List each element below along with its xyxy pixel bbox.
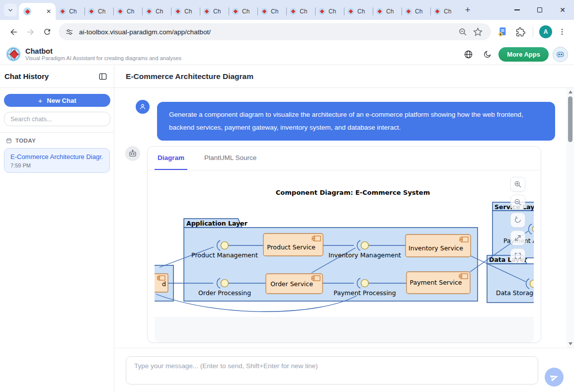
assistant-avatar [125,146,140,161]
diagram-canvas: Component Diagram: E-Commerce System d [155,170,534,317]
inventory-service-label: Inventory Service [409,244,463,252]
browser-tab[interactable]: Ch [229,3,257,20]
bookmark-star-icon[interactable] [470,24,485,39]
paper-plane-icon [549,372,559,382]
dark-mode-moon-icon[interactable] [480,47,494,62]
browser-tab[interactable]: Ch [344,3,373,20]
composer-bar [114,348,574,392]
new-chat-label: New Chat [47,97,76,104]
calendar-icon [6,138,12,144]
tab-plantuml-source[interactable]: PlantUML Source [201,147,259,170]
frontend-label-fragment: d [162,280,166,288]
app-title: Chatbot [25,47,181,55]
chat-scrollbar[interactable] [567,88,574,348]
product-service-label: Product Service [267,243,316,251]
collapse-sidebar-icon[interactable] [97,71,109,82]
chat-item-time: 7:59 PM [10,162,103,168]
plus-icon: + [38,96,43,105]
reload-button[interactable] [39,23,56,40]
browser-tab[interactable]: Ch [142,3,171,20]
user-avatar [136,100,150,114]
scrollbar-thumb[interactable] [568,96,573,142]
visual-paradigm-favicon-icon [59,8,66,15]
forward-button[interactable] [22,23,39,40]
reset-view-icon[interactable] [510,213,525,228]
diagram-tab-bar: Diagram PlantUML Source [148,147,541,170]
zoom-out-icon[interactable] [510,195,525,210]
chat-scroll-area: Generate a component diagram to visualiz… [114,88,574,348]
extensions-puzzle-icon[interactable] [512,23,529,40]
send-button[interactable] [545,368,564,387]
visual-paradigm-favicon-icon [117,8,124,15]
tab-close-icon[interactable]: ✕ [46,8,51,14]
visual-paradigm-favicon-icon [376,8,383,15]
profile-avatar[interactable]: A [539,25,552,38]
back-button[interactable] [5,23,22,40]
browser-tab[interactable]: Ch [84,3,113,20]
scrollbar-up-arrow[interactable] [569,90,573,93]
visual-paradigm-favicon-icon [23,7,31,15]
product-service-component: Product Service [263,234,323,256]
payment-service-component: Payment Service [407,272,470,294]
site-settings-icon[interactable] [65,28,74,36]
app-subtitle: Visual Paradigm AI Assistant for creatin… [25,55,181,62]
browser-tab[interactable]: Ch [315,3,344,20]
payment-processing-label: Payment Processing [333,289,396,297]
scrollbar-down-arrow[interactable] [569,342,573,345]
expand-icon[interactable] [510,231,525,245]
visual-paradigm-logo [6,47,21,62]
chat-main-area: E-Commerce Architecture Diagram Generate… [114,65,574,392]
new-tab-button[interactable]: + [461,3,474,16]
browser-tab[interactable]: Ch [171,3,200,20]
background-tabs: ChChChChChChChChChChChChChCh [56,0,459,20]
browser-tab[interactable]: Ch [56,3,84,20]
window-maximize-button[interactable] [528,0,551,20]
toolbar-right: A [494,23,569,40]
payment-service-label: Payment Service [410,279,462,286]
user-message-bubble: Generate a component diagram to visualiz… [157,102,555,141]
browser-tab[interactable]: Ch [402,3,430,20]
visual-paradigm-favicon-icon [261,8,268,15]
chatbot-assistant-icon[interactable] [553,47,568,62]
search-chats-input[interactable] [4,112,110,126]
diagram-zoom-controls [510,177,525,263]
docs-extension-icon[interactable] [494,23,511,40]
fullscreen-icon[interactable] [510,248,525,263]
visual-paradigm-favicon-icon [203,8,210,15]
browser-tab[interactable]: Ch [200,3,229,20]
data-storage-label: Data Storage [496,289,534,297]
url-text[interactable]: ai-toolbox.visual-paradigm.com/app/chatb… [79,28,455,36]
visual-paradigm-favicon-icon [405,8,412,15]
visual-paradigm-favicon-icon [232,8,239,15]
visual-paradigm-favicon-icon [434,8,441,15]
browser-menu-kebab-icon[interactable] [555,23,569,40]
browser-tab[interactable]: Ch [286,3,315,20]
message-input[interactable] [126,356,538,385]
window-minimize-button[interactable] [505,0,528,20]
browser-tab[interactable]: Ch [113,3,142,20]
robot-icon [128,149,137,158]
browser-tab[interactable]: Ch [257,3,286,20]
more-apps-button[interactable]: More Apps [498,47,549,62]
diagram-title: Component Diagram: E-Commerce System [276,189,430,196]
browser-toolbar: ai-toolbox.visual-paradigm.com/app/chatb… [0,20,574,44]
browser-tab[interactable]: Ch [373,3,402,20]
order-service-label: Order Service [270,280,313,288]
inventory-service-component: Inventory Service [406,235,471,257]
tab-diagram[interactable]: Diagram [155,147,187,170]
new-chat-button[interactable]: + New Chat [4,94,110,107]
page-zoom-icon[interactable] [455,24,470,39]
inventory-management-label: Inventory Management [328,251,401,259]
zoom-in-icon[interactable] [510,177,525,192]
active-browser-tab[interactable]: ✕ [19,3,56,20]
window-close-button[interactable]: ✕ [551,0,574,20]
app-header: Chatbot Visual Paradigm AI Assistant for… [0,44,574,65]
address-bar[interactable]: ai-toolbox.visual-paradigm.com/app/chatb… [59,23,491,40]
chat-history-item[interactable]: E-Commerce Architecture Diagr... 7:59 PM [4,148,110,173]
diagram-viewport[interactable]: Component Diagram: E-Commerce System d [155,170,534,342]
tab-search-chevron-icon[interactable] [4,3,17,16]
application-layer-label: Application Layer [186,220,248,227]
language-globe-icon[interactable] [461,47,476,62]
browser-tab[interactable]: Ch [430,3,459,20]
visual-paradigm-favicon-icon [174,8,181,15]
